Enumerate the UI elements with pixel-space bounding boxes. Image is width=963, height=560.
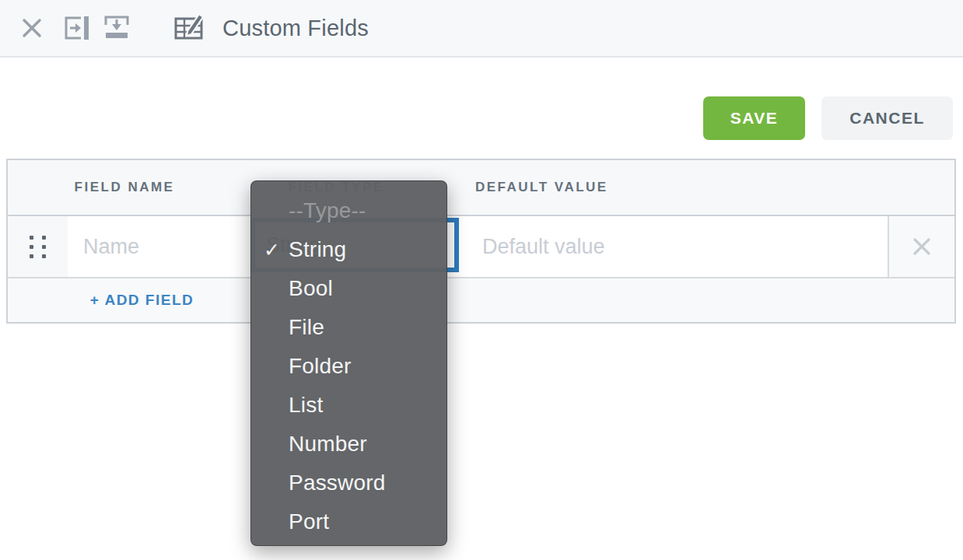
table-header-row: FIELD NAME FIELD TYPE DEFAULT VALUE	[8, 160, 954, 216]
dropdown-option[interactable]: Folder	[251, 347, 446, 386]
dock-bottom-icon[interactable]	[101, 12, 132, 44]
dropdown-option: --Type--	[251, 191, 446, 230]
dropdown-option[interactable]: Bool	[251, 269, 446, 308]
dropdown-option[interactable]: ✓String	[251, 230, 446, 269]
custom-fields-table: FIELD NAME FIELD TYPE DEFAULT VALUE Stri…	[6, 159, 956, 324]
checkmark-icon: ✓	[264, 239, 289, 261]
default-value-input[interactable]	[482, 216, 887, 277]
save-button[interactable]: SAVE	[703, 96, 805, 140]
close-icon[interactable]	[20, 16, 44, 40]
dock-right-icon[interactable]	[61, 12, 92, 44]
header-field-name: FIELD NAME	[8, 180, 241, 195]
dropdown-option-label: --Type--	[289, 198, 366, 223]
page-title: Custom Fields	[222, 16, 369, 41]
add-field-row: + ADD FIELD	[8, 278, 954, 322]
dropdown-option[interactable]: Password	[251, 464, 446, 502]
action-buttons: SAVE CANCEL	[703, 96, 953, 140]
dropdown-option[interactable]: Number	[251, 425, 446, 464]
cancel-button[interactable]: CANCEL	[821, 96, 953, 140]
dropdown-option[interactable]: Port	[251, 502, 446, 541]
dropdown-option-label: Bool	[289, 276, 333, 301]
dropdown-option[interactable]: File	[251, 308, 446, 347]
field-type-dropdown: --Type--✓StringBoolFileFolderListNumberP…	[250, 180, 447, 546]
edit-table-icon	[173, 11, 208, 45]
remove-row-icon	[909, 234, 934, 259]
dropdown-option-label: Folder	[289, 354, 352, 379]
dropdown-option-label: List	[289, 393, 323, 418]
dropdown-option-label: Number	[289, 432, 367, 457]
dropdown-option-label: Port	[289, 509, 329, 534]
dropdown-option-label: File	[289, 315, 324, 340]
header-default-value: DEFAULT VALUE	[475, 180, 608, 195]
field-row: String	[8, 216, 954, 278]
field-name-input[interactable]	[83, 216, 247, 277]
toolbar: Custom Fields	[0, 0, 963, 58]
custom-fields-panel: Custom Fields SAVE CANCEL FIELD NAME FIE…	[0, 0, 963, 560]
dropdown-option[interactable]: List	[251, 386, 446, 425]
drag-handle-icon	[30, 236, 46, 258]
dropdown-option-label: Password	[289, 471, 386, 495]
remove-row-button[interactable]	[888, 216, 954, 277]
add-field-button[interactable]: + ADD FIELD	[8, 278, 276, 322]
dropdown-option-label: String	[289, 237, 346, 262]
drag-handle[interactable]	[8, 216, 68, 277]
